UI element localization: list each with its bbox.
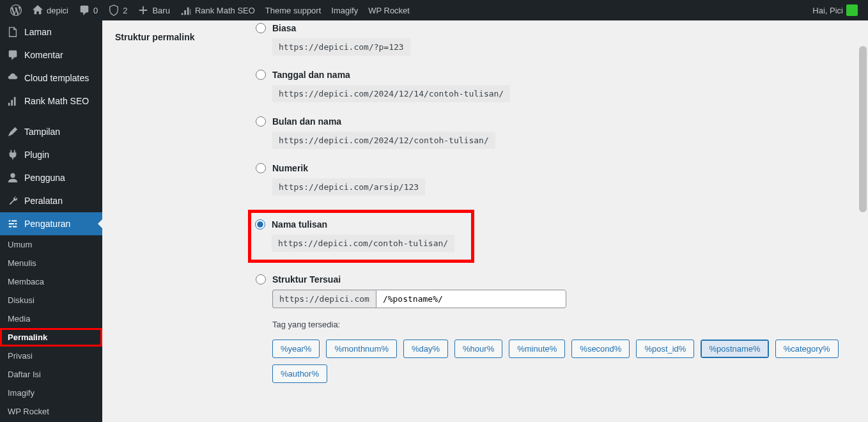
admin-bar-left: depici 0 2 Baru Rank Math SEO Theme supp… [5, 0, 415, 20]
shield-icon [108, 4, 120, 16]
sidebar-item-pengaturan[interactable]: Pengaturan [0, 212, 102, 235]
radio-bulan-label[interactable]: Bulan dan nama [272, 116, 341, 127]
comments-link[interactable]: 0 [74, 0, 103, 20]
plus-icon [137, 4, 149, 16]
sidebar-sub-wprocket[interactable]: WP Rocket [0, 402, 102, 421]
wprocket-label: WP Rocket [368, 6, 410, 15]
scrollbar-thumb[interactable] [859, 46, 867, 212]
radio-custom[interactable] [256, 274, 266, 285]
example-nama: https://depici.com/contoh-tulisan/ [272, 235, 454, 252]
sliders-icon [6, 217, 19, 230]
sidebar-sub-media[interactable]: Media [0, 309, 102, 328]
page-icon [6, 26, 19, 38]
radio-nama[interactable] [255, 219, 265, 230]
custom-structure-input[interactable] [376, 290, 566, 308]
account-link[interactable]: Hai, Pici [807, 0, 863, 20]
main-content: Struktur permalink Biasa https://depici.… [102, 20, 868, 422]
tag-author[interactable]: %author% [272, 364, 327, 383]
option-tanggal: Tanggal dan nama https://depici.com/2024… [256, 70, 855, 102]
example-bulan: https://depici.com/2024/12/contoh-tulisa… [272, 132, 495, 149]
home-icon [32, 4, 43, 16]
tag-hour[interactable]: %hour% [454, 340, 502, 358]
site-name-label: depici [47, 6, 68, 15]
sidebar-sub-permalink[interactable]: Permalink [0, 328, 102, 347]
user-icon [6, 171, 19, 184]
tag-postname[interactable]: %postname% [701, 340, 768, 358]
sidebar-sub-daftarisi[interactable]: Daftar Isi [0, 365, 102, 384]
sidebar-sub-privasi[interactable]: Privasi [0, 347, 102, 365]
sidebar-item-rankmath[interactable]: Rank Math SEO [0, 90, 102, 113]
admin-bar-right: Hai, Pici [807, 0, 863, 20]
tags-row: %year% %monthnum% %day% %hour% %minute% … [272, 340, 855, 383]
imagify-link[interactable]: Imagify [326, 0, 363, 20]
sidebar-item-label: Komentar [24, 50, 63, 60]
comments-count: 0 [93, 6, 98, 15]
sidebar-item-pengguna[interactable]: Pengguna [0, 166, 102, 189]
example-numerik: https://depici.com/arsip/123 [272, 178, 425, 196]
radio-bulan[interactable] [256, 116, 266, 127]
radio-custom-label[interactable]: Struktur Tersuai [272, 274, 341, 285]
form-label-struktur: Struktur permalink [115, 23, 256, 42]
sidebar-item-laman[interactable]: Laman [0, 20, 102, 43]
sidebar-item-plugin[interactable]: Plugin [0, 143, 102, 166]
tags-label: Tag yang tersedia: [272, 320, 855, 329]
sidebar-item-tampilan[interactable]: Tampilan [0, 120, 102, 143]
imagify-label: Imagify [331, 6, 358, 15]
sidebar-item-label: Plugin [24, 150, 49, 160]
shield-link[interactable]: 2 [103, 0, 132, 20]
sidebar-sub-membaca[interactable]: Membaca [0, 272, 102, 291]
brush-icon [6, 125, 19, 138]
option-nama: Nama tulisan https://depici.com/contoh-t… [255, 219, 466, 252]
sidebar-sub-imagify[interactable]: Imagify [0, 384, 102, 402]
tag-monthnum[interactable]: %monthnum% [326, 340, 397, 358]
sidebar-item-label: Pengguna [24, 173, 65, 183]
chart-icon [6, 95, 19, 107]
tag-postid[interactable]: %post_id% [636, 340, 694, 358]
option-biasa: Biasa https://depici.com/?p=123 [256, 23, 855, 56]
tag-second[interactable]: %second% [571, 340, 630, 358]
theme-support-link[interactable]: Theme support [260, 0, 326, 20]
sidebar-item-komentar[interactable]: Komentar [0, 43, 102, 66]
tag-category[interactable]: %category% [775, 340, 839, 358]
rankmath-link[interactable]: Rank Math SEO [175, 0, 260, 20]
radio-tanggal-label[interactable]: Tanggal dan nama [272, 70, 350, 80]
example-tanggal: https://depici.com/2024/12/14/contoh-tul… [272, 85, 510, 102]
sidebar-sub-menulis[interactable]: Menulis [0, 254, 102, 272]
new-label: Baru [152, 6, 169, 15]
permalink-options: Biasa https://depici.com/?p=123 Tanggal … [256, 23, 855, 397]
tag-minute[interactable]: %minute% [509, 340, 565, 358]
radio-nama-label[interactable]: Nama tulisan [272, 219, 327, 230]
sidebar-item-label: Pengaturan [24, 219, 70, 229]
radio-biasa[interactable] [256, 23, 266, 33]
option-numerik: Numerik https://depici.com/arsip/123 [256, 163, 855, 196]
sidebar-item-peralatan[interactable]: Peralatan [0, 189, 102, 212]
chart-icon [180, 4, 192, 16]
radio-biasa-label[interactable]: Biasa [272, 23, 296, 33]
custom-prefix: https://depici.com [272, 290, 376, 308]
admin-bar: depici 0 2 Baru Rank Math SEO Theme supp… [0, 0, 868, 20]
radio-numerik[interactable] [256, 163, 266, 173]
avatar [846, 4, 858, 16]
new-link[interactable]: Baru [132, 0, 174, 20]
option-bulan: Bulan dan nama https://depici.com/2024/1… [256, 116, 855, 149]
wrench-icon [6, 194, 19, 207]
tag-day[interactable]: %day% [403, 340, 448, 358]
theme-support-label: Theme support [265, 6, 321, 15]
sidebar-item-label: Rank Math SEO [24, 96, 89, 106]
sidebar-item-label: Laman [24, 27, 52, 37]
scrollbar-track[interactable] [858, 20, 868, 422]
wp-logo[interactable] [5, 0, 27, 20]
greeting-label: Hai, Pici [812, 6, 843, 15]
svg-point-0 [10, 173, 15, 178]
plug-icon [6, 148, 19, 161]
sidebar-item-label: Cloud templates [24, 73, 89, 83]
wprocket-link[interactable]: WP Rocket [363, 0, 415, 20]
radio-numerik-label[interactable]: Numerik [272, 163, 308, 173]
sidebar-sub-umum[interactable]: Umum [0, 235, 102, 254]
sidebar-sub-diskusi[interactable]: Diskusi [0, 291, 102, 309]
radio-tanggal[interactable] [256, 70, 266, 80]
site-name-link[interactable]: depici [27, 0, 74, 20]
sidebar-item-cloud[interactable]: Cloud templates [0, 66, 102, 90]
tag-year[interactable]: %year% [272, 340, 320, 358]
shield-count: 2 [123, 6, 127, 15]
